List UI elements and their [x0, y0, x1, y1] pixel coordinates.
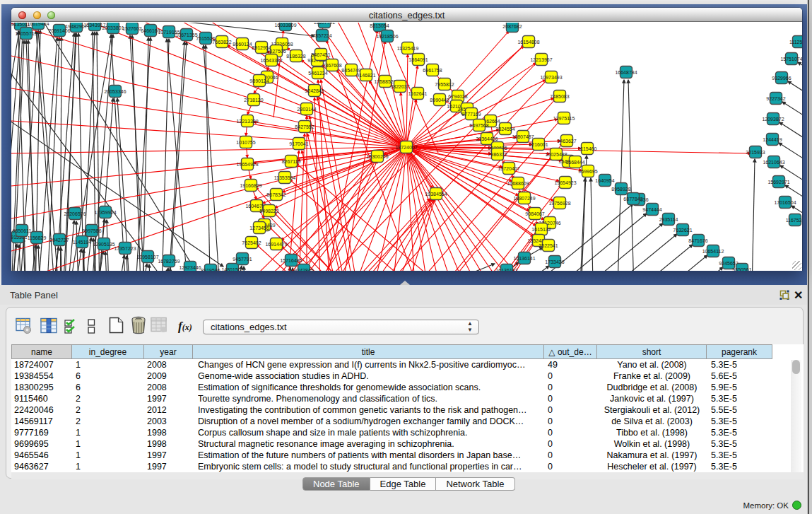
svg-text:11353594: 11353594: [274, 175, 296, 180]
svg-text:9699695: 9699695: [578, 169, 597, 174]
svg-text:9242845: 9242845: [305, 88, 324, 93]
svg-text:14055713: 14055713: [15, 31, 37, 36]
svg-text:16136142: 16136142: [495, 268, 517, 271]
svg-text:19166829: 19166829: [240, 183, 261, 188]
svg-text:9329966: 9329966: [772, 76, 791, 81]
svg-text:14801503: 14801503: [221, 267, 243, 271]
svg-text:8990448: 8990448: [430, 98, 449, 103]
svg-text:12975115: 12975115: [553, 116, 575, 121]
svg-text:2803144: 2803144: [297, 107, 316, 112]
svg-text:7632621: 7632621: [673, 228, 692, 233]
svg-text:9170041: 9170041: [289, 141, 308, 146]
svg-text:6961758: 6961758: [423, 68, 442, 73]
svg-text:8186328: 8186328: [286, 54, 305, 59]
svg-text:17588520: 17588520: [374, 79, 396, 84]
svg-text:3824554: 3824554: [495, 127, 514, 132]
svg-text:15751074: 15751074: [780, 57, 802, 62]
svg-text:1864091: 1864091: [408, 57, 428, 62]
svg-text:2935114: 2935114: [659, 217, 678, 222]
svg-text:1010755: 1010755: [236, 140, 255, 145]
svg-text:16782759: 16782759: [158, 259, 180, 264]
svg-text:18807249: 18807249: [513, 196, 535, 201]
svg-text:8958928: 8958928: [611, 187, 630, 192]
svg-text:20053346: 20053346: [104, 89, 126, 94]
svg-text:1167531: 1167531: [786, 218, 802, 223]
svg-text:6877842: 6877842: [623, 197, 642, 201]
svg-text:11325419: 11325419: [397, 46, 419, 51]
svg-text:6497568: 6497568: [469, 123, 488, 128]
svg-text:10973493: 10973493: [540, 75, 562, 80]
svg-text:12213389: 12213389: [236, 119, 258, 124]
svg-text:2522541: 2522541: [539, 243, 558, 248]
svg-text:9463627: 9463627: [557, 139, 576, 144]
svg-text:8919596: 8919596: [201, 268, 220, 271]
svg-text:17357223: 17357223: [114, 246, 136, 251]
svg-text:9350561: 9350561: [732, 267, 751, 271]
svg-text:1273456: 1273456: [249, 226, 269, 230]
svg-text:9457791: 9457791: [233, 257, 252, 262]
svg-text:12923446: 12923446: [179, 265, 201, 270]
svg-text:18724007: 18724007: [395, 145, 417, 150]
svg-text:1244419: 1244419: [763, 137, 782, 142]
svg-text:7857224: 7857224: [312, 33, 331, 38]
svg-text:5461234: 5461234: [308, 71, 327, 76]
svg-text:1145194: 1145194: [73, 240, 92, 245]
svg-text:6216001: 6216001: [529, 142, 548, 147]
svg-text:5498222: 5498222: [259, 209, 278, 214]
svg-text:8660124: 8660124: [233, 42, 252, 47]
svg-text:9350611: 9350611: [13, 228, 32, 233]
svg-text:1162641: 1162641: [408, 91, 428, 96]
svg-text:8454749: 8454749: [341, 68, 360, 73]
svg-text:16154808: 16154808: [517, 40, 539, 45]
svg-text:7955812: 7955812: [435, 82, 454, 87]
svg-text:1733426: 1733426: [545, 259, 564, 264]
svg-text:9327506: 9327506: [266, 49, 286, 54]
svg-text:9242845: 9242845: [294, 268, 313, 271]
svg-text:17359924: 17359924: [94, 210, 116, 215]
svg-text:7625402: 7625402: [242, 240, 261, 245]
svg-text:16543382: 16543382: [260, 58, 282, 63]
svg-text:1568444: 1568444: [565, 160, 584, 165]
svg-text:16914479: 16914479: [265, 242, 287, 247]
svg-text:1156829: 1156829: [28, 235, 47, 240]
svg-text:8678342: 8678342: [266, 192, 286, 197]
svg-text:2087682: 2087682: [502, 24, 522, 29]
svg-text:20033801: 20033801: [102, 25, 124, 30]
svg-text:10958107: 10958107: [136, 255, 158, 259]
svg-text:1527602: 1527602: [122, 26, 141, 31]
svg-text:19654923: 19654923: [554, 180, 576, 185]
svg-text:16619424: 16619424: [27, 23, 49, 26]
svg-text:9997586: 9997586: [82, 228, 101, 233]
svg-text:19384554: 19384554: [425, 192, 447, 197]
svg-text:10654112: 10654112: [702, 249, 724, 254]
svg-text:8471676: 8471676: [688, 238, 707, 243]
svg-text:16648784: 16648784: [615, 70, 637, 75]
svg-text:7663822: 7663822: [212, 40, 231, 45]
svg-text:8267110: 8267110: [282, 159, 301, 164]
svg-text:15300275: 15300275: [366, 154, 388, 159]
svg-text:12905135: 12905135: [93, 242, 114, 247]
svg-text:16210643: 16210643: [763, 160, 784, 165]
svg-text:19218506: 19218506: [376, 34, 398, 39]
svg-text:16033809: 16033809: [274, 23, 296, 28]
svg-text:2367608: 2367608: [322, 63, 341, 68]
svg-text:20691406: 20691406: [48, 28, 70, 33]
svg-text:3822037: 3822037: [390, 84, 409, 89]
svg-text:6794028: 6794028: [448, 94, 467, 99]
svg-text:12213967: 12213967: [530, 57, 552, 62]
svg-text:10671355: 10671355: [175, 33, 197, 37]
svg-text:17016504: 17016504: [774, 200, 796, 205]
svg-text:2942737: 2942737: [49, 238, 69, 243]
svg-text:12093872: 12093872: [762, 117, 784, 122]
svg-text:9115460: 9115460: [578, 146, 597, 151]
svg-text:15720407: 15720407: [498, 166, 519, 171]
svg-text:1640954: 1640954: [595, 178, 614, 183]
svg-text:10807487: 10807487: [512, 134, 534, 139]
svg-text:8427552: 8427552: [295, 124, 314, 129]
svg-text:9227342: 9227342: [766, 96, 785, 101]
svg-text:1615132: 1615132: [531, 227, 551, 232]
svg-text:5467451: 5467451: [311, 52, 330, 57]
svg-text:9245652: 9245652: [719, 261, 738, 266]
svg-text:15716485: 15716485: [280, 258, 302, 263]
svg-text:9890124: 9890124: [249, 78, 269, 83]
